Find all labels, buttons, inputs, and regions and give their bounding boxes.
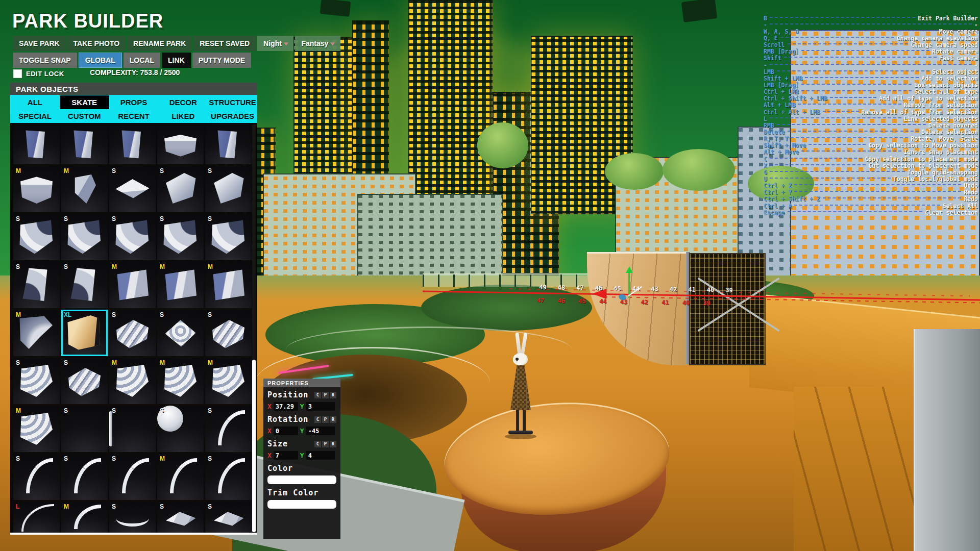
gizmo-y-arrow-icon[interactable] [626, 266, 633, 273]
toolbar-button-take-photo[interactable]: TAKE PHOTO [67, 36, 126, 51]
shortcut-key: Delete [764, 129, 785, 136]
edit-lock-checkbox[interactable] [13, 69, 22, 78]
thumbnail-shape-fan [161, 506, 200, 530]
object-thumb[interactable]: M [109, 358, 156, 404]
object-thumb[interactable] [205, 125, 252, 164]
trim-color-swatch[interactable] [267, 500, 336, 509]
toolbar-button-local[interactable]: LOCAL [124, 53, 160, 68]
position-x-input[interactable] [274, 402, 298, 411]
toolbar-button-link[interactable]: LINK [162, 53, 191, 68]
size-y-input[interactable] [306, 451, 335, 460]
paste-button[interactable]: P [322, 392, 329, 398]
object-thumb[interactable]: S [109, 310, 156, 356]
object-thumb[interactable]: S [157, 166, 204, 212]
tab-structure[interactable]: STRUCTURE [208, 95, 257, 109]
toolbar-button-night[interactable]: Night▾ [257, 36, 293, 51]
object-thumb[interactable]: M [157, 358, 204, 404]
object-thumb[interactable]: S [205, 214, 252, 260]
scrollbar-thumb[interactable] [252, 360, 256, 532]
object-thumb[interactable]: S [205, 454, 252, 500]
object-thumb[interactable]: S [13, 358, 60, 404]
color-swatch[interactable] [267, 475, 336, 484]
y-axis-label: Y [300, 403, 304, 410]
reset-button[interactable]: R [330, 416, 336, 423]
toolbar-button-global[interactable]: GLOBAL [79, 53, 122, 68]
thumbnail-shape-wall-curve [113, 266, 152, 304]
object-thumb[interactable]: S [109, 214, 156, 260]
object-grid-scrollbar[interactable] [252, 125, 256, 530]
button-label: LOCAL [130, 56, 154, 64]
object-thumb[interactable]: M [61, 166, 108, 212]
object-thumb[interactable]: M [13, 406, 60, 452]
toolbar-button-rename-park[interactable]: RENAME PARK [127, 36, 192, 51]
tab-special[interactable]: SPECIAL [10, 109, 60, 123]
thumbnail-shape-rail-low [116, 518, 150, 527]
toolbar-button-fantasy[interactable]: Fantasy▾ [295, 36, 340, 51]
reset-button[interactable]: R [330, 392, 336, 398]
object-thumb[interactable]: M [205, 358, 252, 404]
toolbar-button-toggle-snap[interactable]: TOGGLE SNAP [13, 53, 77, 68]
object-thumb[interactable] [13, 125, 60, 164]
object-thumb[interactable]: S [13, 454, 60, 500]
thumbnail-shape-trans [113, 218, 152, 256]
rotation-y-input[interactable] [306, 427, 335, 435]
tab-all[interactable]: ALL [10, 95, 60, 109]
tab-custom[interactable]: CUSTOM [60, 109, 109, 123]
object-thumb[interactable]: S [61, 214, 108, 260]
reset-button[interactable]: R [330, 441, 336, 447]
object-thumb[interactable]: S [157, 406, 204, 452]
toolbar-button-save-park[interactable]: SAVE PARK [13, 36, 66, 51]
object-thumb[interactable]: S [61, 262, 108, 308]
object-thumb[interactable]: S [157, 214, 204, 260]
shortcut-key: Shift + LMB [764, 75, 802, 82]
object-thumb[interactable]: M [61, 502, 108, 534]
object-thumb[interactable]: S [205, 406, 252, 452]
tab-skate[interactable]: SKATE [60, 95, 109, 109]
thumbnail-shape-rail-v [109, 411, 112, 446]
object-thumb[interactable]: L [13, 502, 60, 534]
shortcut-key: B [764, 15, 767, 22]
object-thumb[interactable]: S [109, 406, 156, 452]
object-thumb[interactable]: M [109, 262, 156, 308]
rotation-x-input[interactable] [274, 427, 298, 435]
object-thumb[interactable]: S [61, 358, 108, 404]
copy-button[interactable]: C [314, 392, 321, 398]
object-thumb[interactable]: M [205, 262, 252, 308]
object-thumb[interactable]: M [13, 166, 60, 212]
object-thumb[interactable] [61, 125, 108, 164]
object-thumb[interactable]: S [205, 166, 252, 212]
object-thumb[interactable]: S [61, 406, 108, 452]
toolbar-button-putty-mode[interactable]: PUTTY MODE [192, 53, 252, 68]
tab-liked[interactable]: LIKED [158, 109, 208, 123]
object-grid-row: MMSSS [13, 166, 257, 212]
paste-button[interactable]: P [322, 416, 329, 423]
object-thumb[interactable] [109, 125, 156, 164]
object-thumb[interactable]: M [13, 310, 60, 356]
object-thumb[interactable]: S [109, 166, 156, 212]
shortcut-line: ScrollChange camera speed [764, 42, 978, 48]
x-axis-label: X [267, 427, 272, 435]
object-thumb[interactable]: S [61, 454, 108, 500]
object-thumb[interactable]: S [157, 502, 204, 534]
copy-button[interactable]: C [314, 416, 321, 423]
object-thumb[interactable]: S [13, 214, 60, 260]
position-y-input[interactable] [306, 402, 335, 411]
object-thumb[interactable]: S [109, 502, 156, 534]
tab-upgrades[interactable]: UPGRADES [208, 109, 257, 123]
tab-props[interactable]: PROPS [109, 95, 159, 109]
toolbar-button-reset-saved[interactable]: RESET SAVED [193, 36, 256, 51]
size-x-input[interactable] [274, 451, 298, 460]
paste-button[interactable]: P [322, 441, 329, 447]
object-thumb[interactable]: M [157, 454, 204, 500]
object-thumb[interactable]: S [205, 310, 252, 356]
object-thumb[interactable]: S [109, 454, 156, 500]
object-thumb[interactable]: S [157, 310, 204, 356]
copy-button[interactable]: C [314, 441, 321, 447]
object-thumb[interactable]: S [13, 262, 60, 308]
tab-decor[interactable]: DECOR [158, 95, 208, 109]
object-thumb[interactable] [157, 125, 204, 164]
object-thumb[interactable]: S [205, 502, 252, 534]
tab-recent[interactable]: RECENT [109, 109, 159, 123]
object-thumb-selected[interactable]: XL [61, 310, 108, 356]
object-thumb[interactable]: M [157, 262, 204, 308]
